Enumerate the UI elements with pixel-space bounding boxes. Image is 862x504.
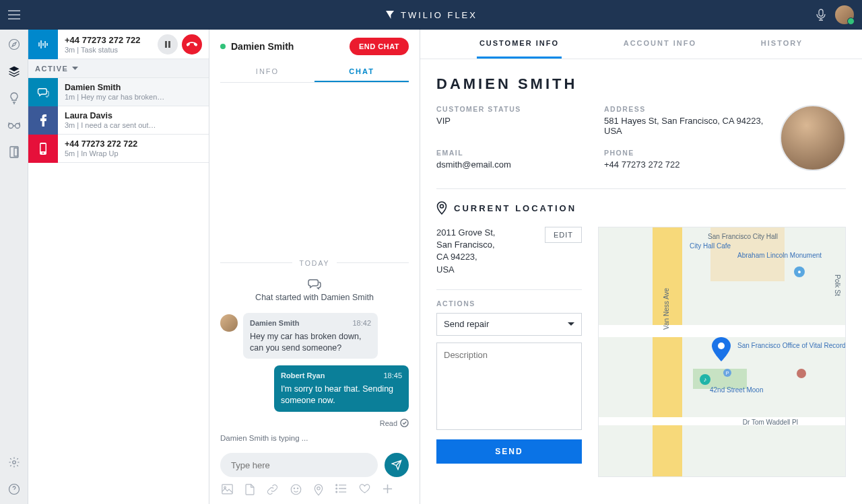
poi-p-icon: P: [723, 369, 731, 377]
address-value: 581 Hayes St, San Francisco, CA 94223, U…: [604, 116, 765, 136]
svg-rect-0: [819, 9, 823, 16]
phone-device-icon: [28, 135, 58, 163]
msg-author: Robert Ryan: [281, 371, 325, 381]
message-out: Robert Ryan18:45 I'm sorry to hear that.…: [220, 365, 409, 412]
message-in: Damien Smith18:42 Hey my car has broken …: [220, 313, 409, 359]
svg-point-13: [401, 419, 408, 427]
svg-point-17: [294, 488, 294, 489]
chat-started-text: Chat started with Damien Smith: [220, 293, 409, 302]
presence-dot: [220, 44, 226, 49]
msg-text: Hey my car has broken down, can you send…: [250, 331, 371, 354]
end-chat-button[interactable]: END CHAT: [350, 38, 409, 55]
edit-button[interactable]: EDIT: [545, 227, 582, 243]
help-icon[interactable]: [7, 482, 21, 496]
tab-customer-info[interactable]: CUSTOMER INFO: [477, 30, 562, 59]
svg-rect-14: [222, 484, 232, 494]
svg-point-1: [9, 40, 19, 50]
svg-point-23: [440, 205, 444, 208]
device-icon[interactable]: [7, 145, 21, 159]
task-item-damien[interactable]: Damien Smith 1m | Hey my car has broken…: [28, 78, 209, 106]
task-name: Damien Smith: [65, 83, 209, 92]
hamburger-icon[interactable]: [8, 10, 20, 20]
map-label: Abraham Lincoln Monument: [737, 252, 811, 259]
call-number: +44 77273 272 722: [65, 35, 158, 45]
task-list-panel: +44 77273 272 722 3m | Task status ACTIV…: [28, 30, 209, 504]
svg-point-24: [718, 343, 725, 349]
mic-icon[interactable]: [816, 9, 826, 21]
heart-icon[interactable]: [359, 484, 370, 496]
status-value: VIP: [436, 116, 597, 126]
svg-rect-5: [14, 148, 18, 156]
action-select[interactable]: Send repair: [436, 313, 582, 336]
location-heading: CURRENT LOCATION: [436, 201, 846, 215]
gear-icon[interactable]: [7, 456, 21, 469]
location-icon[interactable]: [314, 484, 323, 496]
layers-icon[interactable]: [7, 65, 21, 78]
tab-history[interactable]: HISTORY: [758, 30, 805, 59]
phone-label: PHONE: [604, 149, 765, 157]
task-sub: 3m | I need a car sent out…: [65, 121, 209, 129]
plus-icon[interactable]: [383, 484, 393, 496]
email-value: dsmith@email.com: [436, 159, 597, 170]
list-icon[interactable]: [335, 484, 347, 496]
tab-info[interactable]: INFO: [220, 62, 314, 82]
task-sub: 1m | Hey my car has broken…: [65, 93, 209, 101]
status-label: CUSTOMER STATUS: [436, 105, 597, 113]
link-icon[interactable]: [267, 484, 278, 496]
svg-point-16: [291, 484, 300, 494]
chat-contact-name: Damien Smith: [220, 41, 294, 52]
customer-photo: [780, 105, 846, 171]
svg-point-22: [336, 491, 337, 493]
read-receipt: Read: [220, 419, 409, 427]
svg-rect-11: [41, 144, 46, 151]
send-action-button[interactable]: SEND: [436, 439, 582, 464]
description-input[interactable]: [436, 343, 582, 430]
message-input[interactable]: [220, 453, 378, 477]
contact-avatar-icon: [220, 314, 238, 332]
msg-time: 18:42: [352, 318, 371, 328]
chat-icon: [28, 78, 58, 106]
phone-value: +44 77273 272 722: [604, 159, 765, 170]
file-icon[interactable]: [245, 484, 255, 496]
chevron-down-icon: [72, 67, 78, 71]
task-item-laura[interactable]: Laura Davis 3m | I need a car sent out…: [28, 106, 209, 135]
bulb-icon[interactable]: [7, 92, 21, 105]
active-call-banner: +44 77273 272 722 3m | Task status: [28, 30, 209, 59]
send-message-button[interactable]: [385, 453, 409, 477]
map-label: Polk St: [834, 275, 841, 296]
poi-teal-icon: ♪: [700, 374, 710, 385]
date-divider: TODAY: [220, 259, 409, 267]
brand: TWILIO FLEX: [385, 9, 477, 20]
map-label: Van Ness Ave: [663, 288, 670, 330]
pause-button[interactable]: [158, 34, 178, 55]
task-sub: 5m | In Wrap Up: [65, 149, 209, 157]
map-label: Dr Tom Waddell Pl: [743, 419, 798, 426]
chat-contact-label: Damien Smith: [231, 41, 294, 52]
typing-indicator: Damien Smith is typing ...: [220, 434, 409, 442]
tab-chat[interactable]: CHAT: [314, 62, 409, 82]
svg-point-18: [297, 488, 298, 489]
tab-account-info[interactable]: ACCOUNT INFO: [621, 30, 699, 59]
svg-point-19: [317, 487, 320, 490]
info-panel: CUSTOMER INFO ACCOUNT INFO HISTORY DAMIE…: [420, 30, 862, 504]
map[interactable]: San Francisco City Hall City Hall Cafe A…: [598, 227, 846, 477]
task-name: Laura Davis: [65, 111, 209, 120]
action-select-value: Send repair: [444, 319, 489, 329]
emoji-icon[interactable]: [290, 484, 302, 496]
pin-icon: [436, 201, 447, 215]
chat-panel: Damien Smith END CHAT INFO CHAT TODAY Ch…: [209, 30, 420, 504]
call-status: 3m | Task status: [65, 46, 158, 54]
poi-blue-icon: ●: [794, 266, 805, 277]
active-header-label: ACTIVE: [35, 65, 68, 73]
glasses-icon[interactable]: [7, 118, 21, 132]
compass-icon[interactable]: [7, 38, 21, 51]
image-icon[interactable]: [222, 484, 233, 496]
current-address: 2011 Grove St, San Francisco, CA 94223, …: [436, 227, 495, 276]
user-avatar[interactable]: [835, 5, 854, 24]
hangup-button[interactable]: [182, 34, 202, 55]
svg-point-20: [336, 484, 337, 486]
check-circle-icon: [400, 419, 409, 427]
map-pin-icon: [712, 337, 731, 361]
active-header[interactable]: ACTIVE: [28, 59, 209, 78]
task-item-phone[interactable]: +44 77273 272 722 5m | In Wrap Up: [28, 135, 209, 163]
